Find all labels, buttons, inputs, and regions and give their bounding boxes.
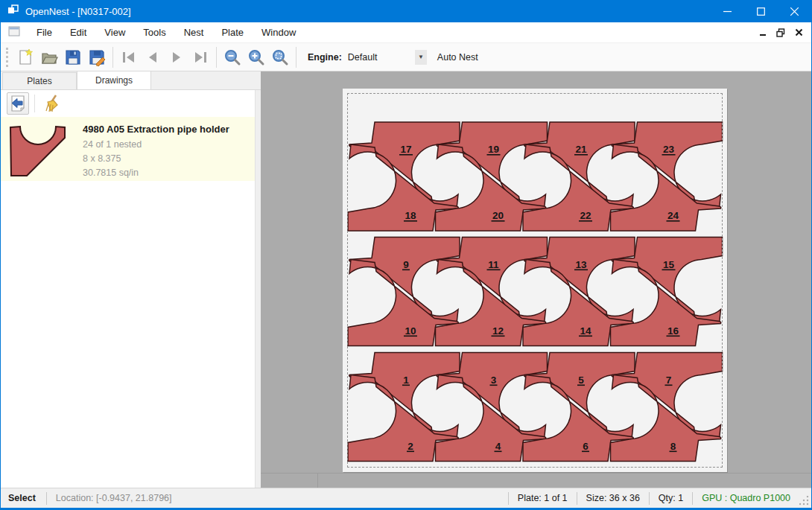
zoom-extents-button[interactable] [268, 45, 292, 69]
zoom-out-icon [223, 48, 241, 66]
tab-plates[interactable]: Plates [2, 72, 77, 89]
save-edit-icon [88, 48, 106, 66]
main-toolbar: Engine: Default ▼ Auto Nest [1, 43, 811, 71]
mode-indicator: Select [1, 493, 46, 503]
nest-canvas[interactable]: 171819202122232491011121314151612345678 [261, 71, 811, 488]
menu-item-edit[interactable]: Edit [61, 23, 95, 42]
plate-size: Size: 36 x 36 [577, 493, 649, 503]
previous-arrow-icon [144, 48, 162, 66]
last-arrow-icon [191, 48, 209, 66]
zoom-extents-icon [271, 48, 289, 66]
panel-separator [34, 95, 35, 112]
auto-nest-button[interactable]: Auto Nest [437, 52, 478, 63]
open-file-button[interactable] [37, 45, 61, 69]
mdi-minimize-icon[interactable] [758, 28, 768, 38]
horizontal-scrollbar[interactable] [261, 473, 811, 488]
side-panel: Plates Drawings [1, 71, 261, 488]
menu-item-nest[interactable]: Nest [175, 23, 213, 42]
menu-item-plate[interactable]: Plate [212, 23, 253, 42]
scrollbar-thumb-edge [317, 474, 318, 488]
menu-item-view[interactable]: View [95, 23, 134, 42]
menu-item-window[interactable]: Window [253, 23, 305, 42]
drawing-nested-count: 24 of 1 nested [83, 138, 229, 152]
first-plate-button[interactable] [117, 45, 141, 69]
mdi-close-icon[interactable] [793, 28, 804, 38]
zoom-in-button[interactable] [244, 45, 268, 69]
app-icon [7, 4, 19, 18]
toolbar-separator [216, 47, 217, 68]
engine-select[interactable]: Default ▼ [346, 49, 427, 66]
panel-tab-strip: Plates Drawings [1, 71, 261, 89]
status-bar: Select Location: [-0.9437, 21.8796] Plat… [1, 488, 811, 508]
back-arrow-page-icon [9, 95, 27, 112]
menu-item-file[interactable]: File [28, 23, 61, 42]
drawing-list-item[interactable]: 4980 A05 Extraction pipe holder 24 of 1 … [1, 117, 255, 181]
gpu-indicator: GPU : Quadro P1000 [693, 493, 799, 503]
menu-bar: FileEditViewToolsNestPlateWindow [1, 22, 811, 43]
toolbar-separator [296, 47, 296, 68]
engine-value: Default [346, 52, 415, 63]
drawing-dimensions: 8 x 8.375 [83, 152, 229, 166]
mdi-restore-icon[interactable] [775, 28, 786, 38]
new-file-button[interactable] [13, 45, 37, 69]
resize-grip[interactable] [799, 488, 810, 508]
new-file-icon [16, 48, 34, 66]
plate-margin-border [347, 93, 723, 468]
clear-drawings-button[interactable] [40, 92, 63, 115]
save-icon [64, 48, 82, 66]
panel-scrollbar-gutter[interactable] [255, 90, 261, 488]
document-icon[interactable] [8, 26, 20, 39]
minimize-button[interactable] [711, 0, 744, 22]
cursor-location: Location: [-0.9437, 21.8796] [47, 493, 181, 503]
plate[interactable]: 171819202122232491011121314151612345678 [343, 89, 727, 472]
drawing-title: 4980 A05 Extraction pipe holder [83, 124, 229, 135]
plate-count: Plate: 1 of 1 [509, 493, 577, 503]
return-drawing-button[interactable] [7, 92, 29, 115]
menu-item-tools[interactable]: Tools [134, 23, 174, 42]
broom-icon [42, 94, 61, 113]
last-plate-button[interactable] [188, 45, 212, 69]
maximize-button[interactable] [744, 0, 778, 22]
app-window: OpenNest - [N0317-002] FileEditViewTools… [0, 0, 812, 510]
close-button[interactable] [778, 0, 811, 22]
save-button[interactable] [61, 45, 85, 69]
zoom-out-button[interactable] [221, 45, 244, 69]
previous-plate-button[interactable] [141, 45, 165, 69]
window-title: OpenNest - [N0317-002] [25, 6, 131, 17]
first-arrow-icon [120, 48, 138, 66]
drawing-thumbnail [10, 123, 68, 176]
next-plate-button[interactable] [165, 45, 188, 69]
save-as-button[interactable] [85, 45, 109, 69]
engine-label: Engine: [308, 52, 342, 63]
title-bar: OpenNest - [N0317-002] [1, 0, 811, 22]
tab-drawings[interactable]: Drawings [77, 71, 151, 89]
drawings-toolbar [1, 90, 255, 117]
next-arrow-icon [168, 48, 185, 66]
toolbar-separator [112, 47, 113, 68]
plate-qty: Qty: 1 [650, 493, 692, 503]
zoom-in-icon [247, 48, 265, 66]
toolbar-gripper[interactable] [6, 48, 9, 67]
open-folder-icon [40, 48, 58, 66]
chevron-down-icon[interactable]: ▼ [415, 50, 427, 65]
drawing-area: 30.7815 sq/in [83, 166, 229, 180]
